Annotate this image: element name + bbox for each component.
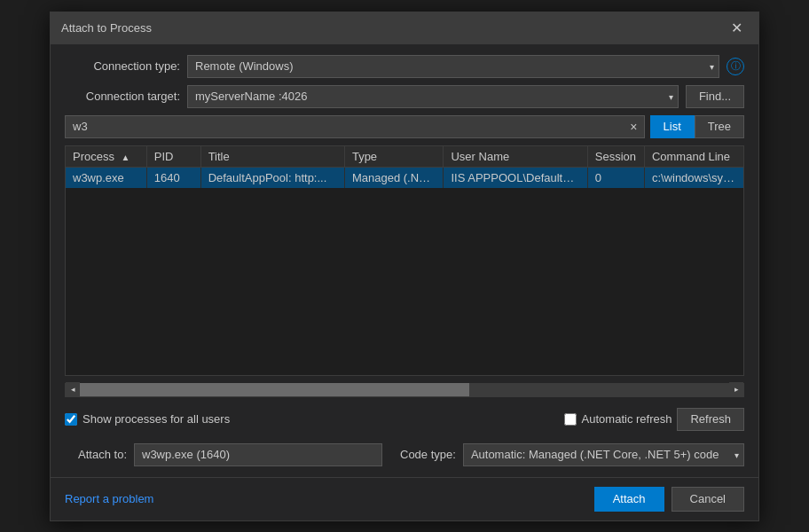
scroll-left-button[interactable]: ◂ [66,382,80,396]
dialog-title: Attach to Process [61,21,152,35]
cell-session: 0 [587,167,644,188]
attach-to-row: Attach to: Code type: Automatic: Managed… [65,443,744,466]
dialog-footer: Report a problem Attach Cancel [51,477,758,520]
attach-to-label: Attach to: [65,448,127,461]
auto-refresh-wrap: Automatic refresh Refresh [564,408,744,431]
attach-button[interactable]: Attach [594,487,664,512]
scrollbar-thumb[interactable] [80,383,469,396]
scrollbar-track[interactable] [80,383,729,396]
dialog-content: Connection type: Remote (Windows) ▾ ⓘ Co… [51,44,758,477]
show-all-users-checkbox[interactable] [65,413,77,426]
process-table-wrap[interactable]: Process ▲ PID Title Type User Name Sessi… [65,145,744,376]
scroll-right-button[interactable]: ▸ [729,382,743,396]
close-button[interactable]: ✕ [726,20,748,37]
info-icon[interactable]: ⓘ [727,58,744,75]
col-header-pid[interactable]: PID [146,146,200,168]
cell-title: DefaultAppPool: http:... [200,167,344,188]
find-button[interactable]: Find... [686,85,744,108]
titlebar: Attach to Process ✕ [51,12,758,44]
col-header-session[interactable]: Session [587,146,644,168]
connection-type-label: Connection type: [65,59,180,73]
code-type-wrap: Automatic: Managed (.NET Core, .NET 5+) … [463,443,744,466]
table-header: Process ▲ PID Title Type User Name Sessi… [66,146,743,168]
auto-refresh-checkbox[interactable] [564,413,577,426]
search-input-wrap: × [65,115,645,138]
code-type-select[interactable]: Automatic: Managed (.NET Core, .NET 5+) … [463,443,744,466]
show-all-users-label: Show processes for all users [82,412,230,426]
show-all-users-checkbox-wrap[interactable]: Show processes for all users [65,412,230,426]
col-header-cmdline[interactable]: Command Line [644,146,743,168]
connection-target-select[interactable]: myServerName :4026 [187,85,679,108]
search-row: × List Tree [65,115,744,138]
connection-target-label: Connection target: [65,90,180,103]
connection-type-wrap: Remote (Windows) ▾ [187,55,719,78]
sort-arrow-icon: ▲ [122,153,130,162]
table-body: w3wp.exe 1640 DefaultAppPool: http:... M… [66,167,743,188]
list-view-button[interactable]: List [650,115,695,138]
bottom-options-row: Show processes for all users Automatic r… [65,408,744,431]
report-problem-link[interactable]: Report a problem [65,492,153,505]
connection-type-select[interactable]: Remote (Windows) [187,55,719,78]
connection-target-wrap: myServerName :4026 ▾ [187,85,679,108]
view-toggle: List Tree [650,115,744,138]
refresh-button[interactable]: Refresh [677,408,744,431]
horizontal-scrollbar[interactable]: ◂ ▸ [65,383,744,397]
col-header-username[interactable]: User Name [444,146,587,168]
cancel-button[interactable]: Cancel [672,487,744,512]
auto-refresh-label: Automatic refresh [582,412,672,426]
search-clear-button[interactable]: × [626,121,640,133]
col-header-title[interactable]: Title [200,146,344,168]
col-header-process[interactable]: Process ▲ [66,146,146,168]
cell-pid: 1640 [146,167,200,188]
code-type-label: Code type: [400,448,456,461]
attach-to-process-dialog: Attach to Process ✕ Connection type: Rem… [50,12,759,521]
search-input[interactable] [65,115,645,138]
connection-target-row: Connection target: myServerName :4026 ▾ … [65,85,744,108]
col-header-type[interactable]: Type [344,146,444,168]
cell-type: Managed (.NE... [344,167,444,188]
connection-type-row: Connection type: Remote (Windows) ▾ ⓘ [65,55,744,78]
attach-to-value[interactable] [134,443,382,466]
tree-view-button[interactable]: Tree [695,115,744,138]
table-row[interactable]: w3wp.exe 1640 DefaultAppPool: http:... M… [66,167,743,188]
process-table: Process ▲ PID Title Type User Name Sessi… [66,146,743,188]
footer-buttons: Attach Cancel [594,487,744,512]
cell-process: w3wp.exe [66,167,146,188]
cell-username: IIS APPPOOL\DefaultAppPool [444,167,587,188]
cell-cmdline: c:\windows\system [644,167,743,188]
